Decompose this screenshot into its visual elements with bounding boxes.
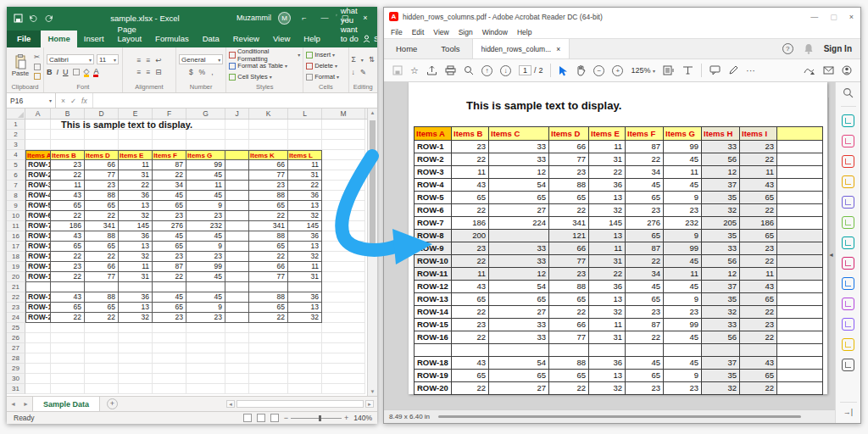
excel-cell[interactable] [225,242,249,252]
previous-page-icon[interactable]: ↑ [481,65,492,76]
excel-cell[interactable] [322,252,365,262]
account-icon[interactable] [842,65,852,75]
excel-cell[interactable] [249,130,288,140]
excel-cell[interactable]: 88 [249,292,288,303]
excel-cell[interactable] [225,191,249,201]
excel-cell[interactable] [119,333,153,343]
excel-cell[interactable]: 13 [288,201,322,211]
print-icon[interactable] [445,65,456,75]
excel-cell[interactable] [25,384,51,394]
excel-row-number[interactable]: 26 [7,333,25,343]
excel-cell[interactable] [85,140,119,150]
excel-cell[interactable] [225,353,249,364]
excel-cell[interactable] [322,211,365,221]
excel-cell[interactable] [119,140,153,150]
expand-pane-icon[interactable]: →| [840,402,857,416]
excel-cell[interactable]: 11 [119,262,153,272]
excel-cell[interactable] [225,333,249,343]
combine-files-icon[interactable] [842,196,854,209]
excel-row-number[interactable]: 9 [7,201,25,211]
excel-cell[interactable] [322,191,365,201]
document-tab[interactable]: hidden_rows_colum... × [472,39,570,58]
italic-button[interactable]: I [57,68,59,76]
excel-cell[interactable] [186,282,225,292]
sheet-nav-right-icon[interactable]: ► [19,401,32,407]
excel-cell[interactable]: 23 [153,313,186,323]
excel-cell[interactable]: 36 [119,292,153,303]
measure-icon[interactable] [842,359,854,371]
excel-cell[interactable] [249,333,288,343]
excel-cell[interactable]: 77 [85,170,119,181]
excel-cell[interactable] [119,374,153,384]
edit-pdf-icon[interactable] [842,135,854,147]
excel-cell[interactable] [225,170,249,181]
find-icon[interactable] [464,65,474,75]
next-page-icon[interactable]: ↓ [500,65,511,76]
excel-cell[interactable]: 22 [51,313,85,323]
excel-cell[interactable]: 22 [153,170,186,181]
excel-cell[interactable]: ROW-20 [25,313,51,323]
excel-cell[interactable]: 9 [186,242,225,252]
excel-row-number[interactable]: 30 [7,374,25,384]
excel-cell[interactable]: ROW-12 [25,231,51,242]
excel-cell[interactable] [51,343,85,353]
excel-cell[interactable] [186,343,225,353]
excel-cell[interactable] [225,201,249,211]
excel-cell[interactable] [186,374,225,384]
excel-cell[interactable] [25,343,51,353]
excel-cell[interactable] [51,282,85,292]
excel-cell[interactable]: 22 [249,211,288,221]
user-avatar[interactable]: M [278,12,291,25]
excel-cell[interactable]: 23 [153,252,186,262]
excel-cell[interactable]: 22 [249,252,288,262]
menu-edit[interactable]: Edit [412,28,425,36]
scroll-down-icon[interactable]: ▼ [368,389,377,394]
tab-home[interactable]: Home [41,31,76,47]
more-tools-icon[interactable]: ··· [746,65,755,75]
fill-sign-pencil-icon[interactable] [728,65,738,75]
excel-cell[interactable] [322,140,365,150]
undo-icon[interactable] [29,14,38,22]
excel-row-number[interactable]: 18 [7,252,25,262]
excel-cell[interactable]: 45 [186,272,225,282]
fill-icon[interactable]: ↓ [352,68,355,76]
excel-cell[interactable]: 88 [85,292,119,303]
excel-cell[interactable] [85,282,119,292]
excel-cell[interactable]: ROW-13 [25,242,51,252]
select-tool-icon[interactable] [559,65,568,76]
excel-row-number[interactable]: 7 [7,181,25,191]
cell-styles-button[interactable]: Cell Styles▾ [229,72,300,82]
excel-cell[interactable]: ROW-19 [25,303,51,313]
excel-cell[interactable]: 23 [249,181,288,191]
excel-row-number[interactable]: 6 [7,170,25,181]
excel-cell[interactable]: 22 [51,170,85,181]
excel-cell[interactable] [225,231,249,242]
excel-cell[interactable] [51,323,85,333]
save-icon[interactable] [14,14,23,23]
excel-cell[interactable] [225,130,249,140]
excel-row-number[interactable]: 2 [7,130,25,140]
excel-cell[interactable] [225,211,249,221]
minimize-button[interactable]: — [318,14,331,22]
excel-cell[interactable] [153,323,186,333]
excel-cell[interactable] [186,384,225,394]
tab-help[interactable]: Help [297,31,327,47]
excel-cell[interactable]: 65 [85,242,119,252]
excel-row-number[interactable]: 16 [7,231,25,242]
excel-cell[interactable] [153,374,186,384]
excel-cell[interactable]: 22 [85,211,119,221]
excel-cell[interactable]: 23 [186,211,225,221]
excel-cell[interactable]: 23 [51,262,85,272]
excel-cell[interactable] [119,364,153,374]
ruler-icon[interactable] [682,65,693,75]
percent-format-icon[interactable]: % [199,68,206,76]
excel-column-header-G[interactable]: G [186,108,225,119]
excel-cell[interactable] [322,292,365,303]
excel-cell[interactable] [288,333,322,343]
excel-cell[interactable] [153,343,186,353]
excel-cell[interactable] [249,364,288,374]
excel-cell[interactable] [322,130,365,140]
excel-row-number[interactable]: 4 [7,150,25,160]
excel-cell[interactable] [51,364,85,374]
autosum-icon[interactable]: Σ [352,55,356,64]
